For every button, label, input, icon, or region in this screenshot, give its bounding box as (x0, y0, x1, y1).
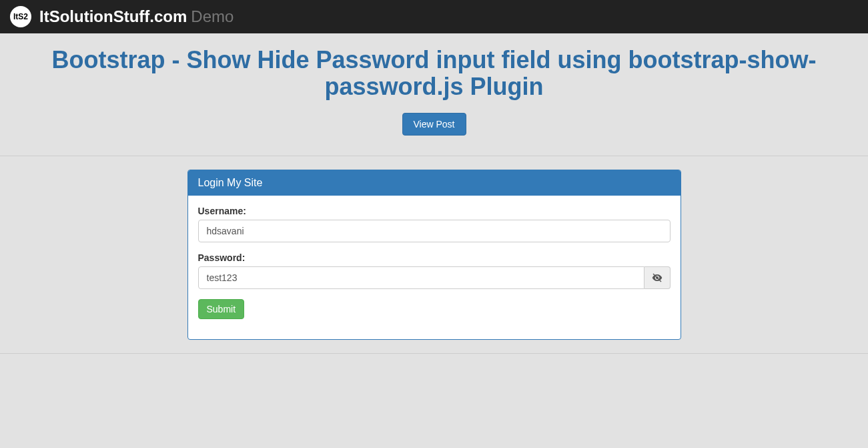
panel-body: Username: Password: Submit (188, 196, 681, 339)
page-header: Bootstrap - Show Hide Password input fie… (0, 33, 868, 142)
view-post-button[interactable]: View Post (402, 113, 466, 136)
password-input-group (198, 266, 671, 289)
brand-logo-icon: ItS2 (10, 6, 31, 27)
password-group: Password: (198, 252, 671, 289)
main-container: Login My Site Username: Password: (177, 170, 691, 340)
login-panel: Login My Site Username: Password: (187, 170, 681, 340)
brand-main-text: ItSolutionStuff.com (39, 7, 187, 26)
brand-suffix-text: Demo (191, 7, 234, 26)
username-input[interactable] (198, 220, 671, 242)
page-title: Bootstrap - Show Hide Password input fie… (10, 47, 858, 99)
divider-bottom (0, 353, 868, 354)
panel-heading: Login My Site (188, 170, 681, 196)
username-label: Username: (198, 206, 671, 216)
password-label: Password: (198, 252, 671, 263)
navbar: ItS2 ItSolutionStuff.com Demo (0, 0, 868, 33)
divider-top (0, 156, 868, 156)
submit-button[interactable]: Submit (198, 299, 245, 319)
username-group: Username: (198, 206, 671, 242)
toggle-password-button[interactable] (644, 266, 671, 289)
eye-slash-icon (652, 272, 663, 283)
navbar-brand-link[interactable]: ItS2 ItSolutionStuff.com Demo (10, 6, 234, 27)
submit-group: Submit (198, 299, 671, 319)
password-input[interactable] (198, 266, 644, 289)
